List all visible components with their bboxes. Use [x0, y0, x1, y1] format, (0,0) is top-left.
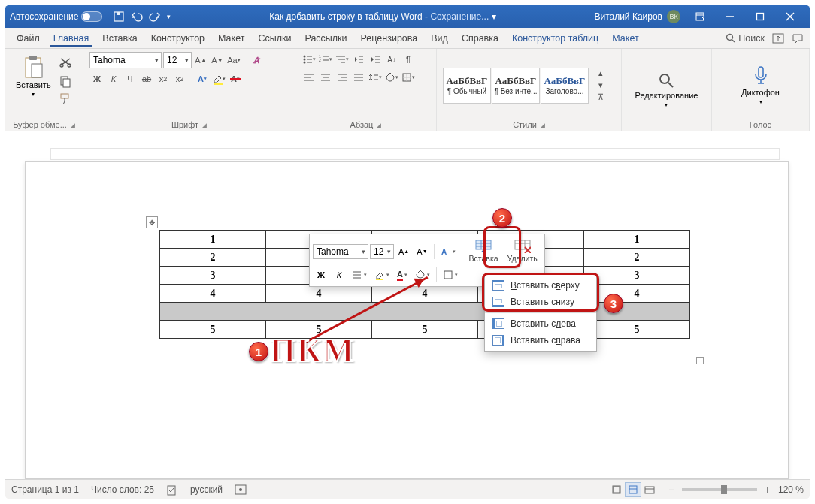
status-language[interactable]: русский [190, 484, 223, 495]
clipboard-launcher-icon[interactable]: ◢ [70, 122, 75, 129]
subscript-icon[interactable]: x2 [156, 71, 171, 86]
zoom-out-button[interactable]: − [665, 484, 677, 496]
redo-icon[interactable] [149, 11, 161, 23]
justify-icon[interactable] [351, 70, 366, 85]
tab-design[interactable]: Конструктор [144, 28, 211, 48]
menu-insert-below[interactable]: Вставить снизу [485, 294, 596, 310]
styles-down-icon[interactable]: ▾ [593, 80, 608, 92]
highlight-icon[interactable]: ▾ [211, 71, 226, 86]
tab-layout[interactable]: Макет [211, 28, 251, 48]
italic-button[interactable]: К [106, 71, 121, 86]
mini-bold-button[interactable]: Ж [313, 267, 329, 283]
align-right-icon[interactable] [335, 70, 350, 85]
strike-button[interactable]: ab [139, 71, 154, 86]
mini-grow-font-icon[interactable]: A▲ [395, 243, 412, 260]
increase-indent-icon[interactable] [368, 52, 383, 67]
borders-icon[interactable]: ▾ [401, 70, 416, 85]
format-painter-icon[interactable] [59, 92, 72, 106]
tab-table-layout[interactable]: Макет [605, 28, 645, 48]
align-left-icon[interactable] [301, 70, 317, 85]
show-marks-icon[interactable]: ¶ [401, 52, 416, 67]
text-effects-icon[interactable]: A▾ [195, 71, 210, 86]
numbering-icon[interactable]: 12▾ [318, 52, 333, 67]
status-macro-icon[interactable] [235, 484, 247, 495]
ribbon-options-icon[interactable] [685, 5, 715, 28]
mini-size-combo[interactable]: 12 [370, 244, 394, 259]
close-button[interactable] [775, 5, 805, 28]
status-word-count[interactable]: Число слов: 25 [91, 484, 154, 495]
tab-help[interactable]: Справка [455, 28, 505, 48]
tab-file[interactable]: Файл [10, 28, 47, 48]
decrease-indent-icon[interactable] [351, 52, 366, 67]
autosave-toggle[interactable]: Автосохранение [10, 11, 102, 22]
mini-borders-icon[interactable] [440, 267, 461, 283]
font-launcher-icon[interactable]: ◢ [201, 122, 207, 129]
view-focus-icon[interactable] [608, 482, 625, 497]
grow-font-icon[interactable]: A▲ [193, 53, 208, 68]
styles-launcher-icon[interactable]: ◢ [540, 122, 545, 129]
save-icon[interactable] [113, 11, 125, 23]
shading-icon[interactable]: ▾ [384, 70, 399, 85]
horizontal-ruler[interactable] [50, 148, 780, 160]
toggle-switch-icon[interactable] [81, 11, 102, 22]
copy-icon[interactable] [59, 74, 72, 88]
style-no-spacing[interactable]: АаБбВвГ¶ Без инте... [492, 68, 540, 104]
superscript-icon[interactable]: x2 [172, 71, 187, 86]
menu-insert-left[interactable]: Вставить слева [485, 315, 596, 332]
mini-underline-icon[interactable] [349, 267, 370, 283]
status-proofing-icon[interactable] [166, 484, 178, 496]
multilevel-icon[interactable]: ▾ [335, 52, 350, 67]
font-color-icon[interactable]: A▾ [228, 71, 243, 86]
mini-font-combo[interactable]: Tahoma [313, 244, 368, 259]
comments-icon[interactable] [792, 33, 804, 44]
mini-font-color-icon[interactable]: A [394, 267, 411, 283]
tab-references[interactable]: Ссылки [251, 28, 298, 48]
font-name-combo[interactable]: Tahoma [89, 52, 162, 68]
cut-icon[interactable] [59, 56, 72, 70]
change-case-icon[interactable]: Aa▾ [226, 53, 241, 68]
status-page[interactable]: Страница 1 из 1 [11, 484, 79, 495]
menu-insert-above[interactable]: Вставить сверху [485, 277, 596, 294]
menu-insert-right[interactable]: Вставить справа [485, 332, 596, 349]
mini-delete-button[interactable]: Удалить [504, 237, 541, 265]
shrink-font-icon[interactable]: A▼ [210, 53, 225, 68]
zoom-in-button[interactable]: + [762, 484, 774, 496]
mini-highlight-icon[interactable] [371, 267, 392, 283]
tab-mailings[interactable]: Рассылки [298, 28, 353, 48]
tab-home[interactable]: Главная [47, 28, 96, 48]
view-web-layout-icon[interactable] [641, 482, 658, 497]
bold-button[interactable]: Ж [89, 71, 105, 86]
tab-table-design[interactable]: Конструктор таблиц [505, 28, 605, 48]
page[interactable]: ✥ 11111 22222 33333 44444 55555 [25, 161, 789, 479]
font-size-combo[interactable]: 12 [163, 52, 192, 68]
tab-insert[interactable]: Вставка [95, 28, 144, 48]
maximize-button[interactable] [745, 5, 775, 28]
mini-shrink-font-icon[interactable]: A▼ [414, 243, 430, 260]
editing-button[interactable]: Редактирование ▾ [631, 68, 703, 111]
tab-view[interactable]: Вид [424, 28, 455, 48]
share-icon[interactable] [772, 33, 784, 44]
search-box[interactable]: Поиск [726, 33, 765, 44]
mini-italic-button[interactable]: К [331, 267, 347, 283]
tab-review[interactable]: Рецензирова [354, 28, 425, 48]
user-account[interactable]: Виталий Каиров ВК [594, 10, 680, 23]
paste-button[interactable]: Вставить ▾ [11, 52, 56, 119]
paragraph-launcher-icon[interactable]: ◢ [376, 122, 381, 129]
clear-formatting-icon[interactable]: A̷ [249, 53, 264, 68]
mini-styles-icon[interactable]: A [438, 243, 459, 260]
view-print-layout-icon[interactable] [625, 482, 641, 497]
undo-icon[interactable] [131, 11, 143, 23]
align-center-icon[interactable] [318, 70, 333, 85]
style-heading1[interactable]: АаБбВвГЗаголово... [541, 68, 589, 104]
zoom-level[interactable]: 120 % [778, 484, 804, 495]
styles-more-icon[interactable]: ⊼ [593, 92, 608, 104]
underline-button[interactable]: Ч [123, 71, 138, 86]
sort-icon[interactable]: A↓ [384, 52, 399, 67]
minimize-button[interactable] [715, 5, 745, 28]
zoom-slider[interactable] [682, 488, 757, 491]
bullets-icon[interactable]: ▾ [301, 52, 317, 67]
styles-up-icon[interactable]: ▴ [593, 68, 608, 80]
table-resize-handle-icon[interactable] [696, 357, 704, 364]
table-move-handle-icon[interactable]: ✥ [146, 216, 158, 228]
line-spacing-icon[interactable]: ▾ [368, 70, 383, 85]
